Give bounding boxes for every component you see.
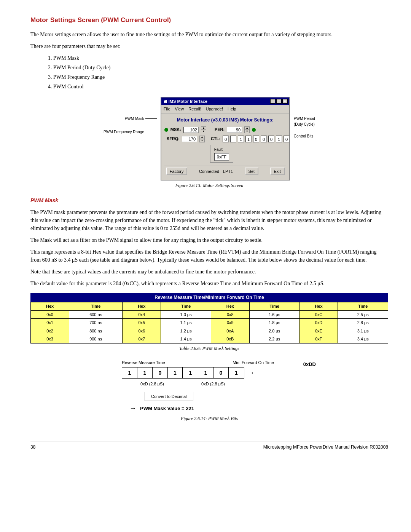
sfrq-down[interactable]: ▼ — [199, 139, 205, 142]
hex-label-right: 0xDD — [303, 361, 316, 368]
right-labels: PWM Period(Duty Cycle) Control Bits — [294, 97, 315, 139]
page-number: 38 — [30, 444, 35, 451]
fault-title: Fault — [214, 147, 229, 152]
per-spinner[interactable]: ▲ ▼ — [244, 126, 250, 133]
msk-input[interactable] — [183, 127, 199, 133]
hex-cell: 0x5 — [123, 319, 161, 327]
col-hex-3: Hex — [211, 302, 249, 311]
table-caption: Table 2.6.6: PWM Mask Settings — [30, 345, 388, 352]
factory-button[interactable]: Factory — [166, 168, 188, 175]
time-cell: 600 ns — [69, 310, 123, 319]
ctl-bit-0[interactable]: 0 — [223, 136, 229, 142]
ctl-bit-8[interactable]: 0 — [284, 136, 290, 142]
pwm-mask-result: PWM Mask Value = 221 — [140, 405, 194, 412]
param-1: PWM Mask — [53, 54, 388, 62]
pwm-mask-label: PWM Mask — [125, 116, 157, 121]
menu-upgrade[interactable]: Upgrade! — [206, 106, 223, 112]
control-bits-label: Control Bits — [294, 133, 315, 139]
hex-cell: 0xD — [299, 319, 338, 327]
msk-spinner[interactable]: ▲ ▼ — [201, 126, 206, 133]
per-label: PER: — [215, 126, 225, 133]
time-cell: 1.0 μs — [161, 310, 211, 319]
bit-cell-7: 1 — [229, 367, 244, 378]
window-icon: 🖥 — [163, 98, 167, 105]
menu-file[interactable]: File — [164, 106, 170, 112]
window-title-text: IMS Motor Interface — [169, 98, 207, 105]
bit-cell-0: 1 — [122, 367, 137, 378]
window-titlebar: 🖥 IMS Motor Interface _ □ × — [161, 97, 289, 105]
sfrq-ctl-row: SFRQ: ▲ ▼ CTL: 0 – 1 1 0 0 0 1 0 — [164, 136, 286, 142]
menu-help[interactable]: Help — [228, 106, 236, 112]
bit-cell-6: 0 — [213, 367, 229, 378]
exit-button[interactable]: Exit — [270, 168, 284, 175]
hex-cell: 0x3 — [31, 335, 69, 343]
window-menubar: File View Recall! Upgrade! Help — [161, 105, 289, 113]
hex-cell: 0xA — [211, 327, 249, 335]
hex-cell: 0x4 — [123, 310, 161, 319]
window-content: Motor Interface (v3.0.03 IMS) Motor Sett… — [161, 113, 289, 180]
time-cell: 800 ns — [69, 327, 123, 335]
window-buttons: _ □ × — [270, 99, 288, 104]
time-cell: 900 ns — [69, 335, 123, 343]
menu-view[interactable]: View — [175, 106, 184, 112]
pwm-table-outer: Reverse Measure Time/Minimum Forward On … — [30, 293, 388, 352]
table-row: 0x1700 ns0x51.1 μs0x91.8 μs0xD2.8 μs — [31, 319, 388, 327]
motor-settings-title: Motor Interface (v3.0.03 IMS) Motor Sett… — [164, 117, 286, 123]
ctl-bit-6[interactable]: 0 — [268, 136, 274, 142]
sfrq-input[interactable] — [182, 136, 197, 142]
sfrq-label: SFRQ: — [167, 136, 180, 142]
page-footer: 38 Microstepping MForce PowerDrive Manua… — [30, 441, 388, 451]
ctl-bit-4[interactable]: 0 — [253, 136, 259, 142]
window-with-labels: PWM Mask PWM Frequency Range 🖥 IMS Motor… — [30, 97, 388, 181]
hex-cell: 0x8 — [211, 310, 249, 319]
time-cell: 3.4 μs — [338, 335, 388, 343]
ctl-bit-7[interactable]: 1 — [276, 136, 282, 142]
sub-label-left: 0xD (2.8 μS) — [122, 381, 183, 387]
sub-label-right: 0xD (2.8 μS) — [183, 381, 244, 387]
minimize-button[interactable]: _ — [270, 99, 276, 104]
pwm-mask-p4: Note that these are typical values and t… — [30, 268, 388, 276]
close-button[interactable]: × — [282, 99, 288, 104]
per-down[interactable]: ▼ — [244, 130, 250, 133]
pwm-mask-heading: PWM Mask — [30, 197, 388, 204]
ctl-bit-1: – — [230, 136, 236, 142]
time-cell: 2.8 μs — [338, 319, 388, 327]
time-cell: 1.6 μs — [249, 310, 299, 319]
pwm-mask-table: Hex Time Hex Time Hex Time Hex Time 0x06… — [30, 302, 388, 343]
bit-diagram-container: Reverse Measure Time Min. Forward On Tim… — [30, 359, 388, 426]
table-header-row: Hex Time Hex Time Hex Time Hex Time — [31, 302, 388, 311]
ctl-bit-3[interactable]: 1 — [245, 136, 252, 142]
hex-cell: 0xE — [299, 327, 338, 335]
bit-cell-5: 1 — [198, 367, 213, 378]
time-cell: 1.2 μs — [161, 327, 211, 335]
hex-cell: 0xF — [299, 335, 338, 343]
table-row: 0x0600 ns0x41.0 μs0x81.6 μs0xC2.5 μs — [31, 310, 388, 319]
hex-cell: 0xC — [299, 310, 338, 319]
ctl-bit-5[interactable]: 0 — [261, 136, 267, 142]
page-title: Motor Settings Screen (PWM Current Contr… — [30, 15, 388, 25]
time-cell: 1.8 μs — [249, 319, 299, 327]
hex-cell: 0x7 — [123, 335, 161, 343]
pwm-mask-p3: This range represents a 8-bit Hex value … — [30, 248, 388, 264]
menu-recall[interactable]: Recall! — [188, 106, 201, 112]
sfrq-spinner[interactable]: ▲ ▼ — [199, 136, 205, 142]
set-button[interactable]: Set — [245, 168, 259, 175]
bit-diagram-caption: Figure 2.6.14: PWM Mask Bits — [122, 415, 297, 422]
per-input[interactable] — [227, 127, 242, 133]
ctl-bit-2[interactable]: 1 — [238, 136, 244, 142]
doc-title: Microstepping MForce PowerDrive Manual R… — [263, 444, 388, 451]
label-line — [145, 118, 157, 119]
msk-down[interactable]: ▼ — [201, 130, 206, 133]
fault-area: Fault 0xFF — [164, 145, 286, 163]
bit-diagram: Reverse Measure Time Min. Forward On Tim… — [122, 359, 297, 426]
maximize-button[interactable]: □ — [276, 99, 282, 104]
col-hex-4: Hex — [299, 302, 338, 311]
bit-cell-3: 1 — [168, 367, 183, 378]
pwm-period-label: PWM Period(Duty Cycle) — [294, 116, 315, 127]
hex-cell: 0x0 — [31, 310, 69, 319]
table-row: 0x2800 ns0x61.2 μs0xA2.0 μs0xE3.1 μs — [31, 327, 388, 335]
time-cell: 2.5 μs — [338, 310, 388, 319]
hex-cell: 0x1 — [31, 319, 69, 327]
pwm-mask-p1: The PWM mask parameter prevents the prem… — [30, 208, 388, 232]
bit-boxes: 11011101 — [122, 367, 244, 379]
